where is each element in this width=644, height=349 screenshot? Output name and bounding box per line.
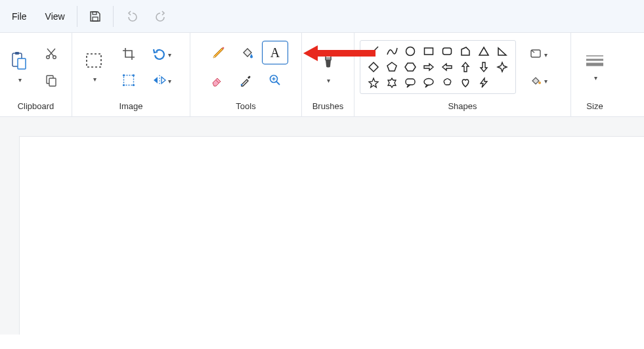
crop-icon [122,47,135,60]
separator [113,6,114,27]
svg-rect-1 [93,17,98,21]
copy-icon [45,74,58,87]
flip-icon [152,74,167,86]
svg-rect-27 [443,48,452,55]
rotate-button[interactable]: ▾ [147,41,176,67]
shape-4point-star[interactable] [496,60,509,74]
svg-rect-4 [18,58,26,69]
pencil-tool[interactable] [204,39,233,66]
rotate-icon [152,47,167,60]
shape-rectangle[interactable] [422,45,435,58]
svg-point-13 [123,84,125,86]
paste-button[interactable]: ▾ [5,39,33,95]
chevron-down-icon: ▾ [544,78,547,85]
brushes-button[interactable]: ▾ [312,39,344,95]
shape-cloud-callout[interactable] [440,76,454,89]
svg-rect-26 [425,48,433,55]
chevron-down-icon: ▾ [327,77,330,84]
save-button[interactable] [80,3,110,30]
save-icon [89,10,102,23]
svg-point-5 [47,56,50,59]
group-image: ▾ ▾ ▾ Image [72,33,190,116]
shape-triangle[interactable] [477,45,490,58]
shape-heart[interactable] [459,76,472,89]
brush-icon [320,51,336,70]
svg-point-25 [406,47,415,56]
svg-rect-10 [124,76,134,85]
magnifier-icon [268,73,282,87]
shape-fill-button[interactable]: ▾ [524,67,553,93]
menu-file[interactable]: File [3,9,36,24]
shape-hexagon[interactable] [404,60,417,74]
shape-lightning[interactable] [477,76,490,89]
chevron-down-icon: ▾ [544,51,547,58]
shape-6point-star[interactable] [385,76,398,89]
redo-icon [155,10,168,23]
group-label: Image [77,101,184,112]
svg-point-14 [133,84,135,86]
svg-point-12 [133,74,135,76]
shape-outline-button[interactable]: ▾ [524,41,553,67]
group-label: Shapes [360,101,565,112]
copy-button[interactable] [37,67,66,93]
shape-polygon[interactable] [459,45,472,58]
group-label: Tools [196,101,296,112]
svg-point-17 [240,84,242,86]
shapes-gallery[interactable] [360,40,516,94]
svg-rect-3 [15,52,19,55]
fill-tool[interactable] [233,39,262,66]
resize-icon [122,74,135,87]
pencil-icon [211,45,226,60]
chevron-down-icon: ▾ [18,76,22,83]
color-picker-tool[interactable] [232,67,261,93]
shape-oval[interactable] [404,45,417,58]
svg-rect-9 [87,54,101,67]
cut-button[interactable] [37,41,66,67]
select-button[interactable]: ▾ [77,39,110,95]
resize-button[interactable] [114,67,143,93]
group-brushes: ▾ Brushes [302,33,354,116]
menubar: File View [0,0,644,33]
paste-icon [11,51,28,70]
text-tool[interactable]: A [262,41,288,64]
group-label: Clipboard [5,101,66,112]
flip-button[interactable]: ▾ [147,67,176,93]
undo-button[interactable] [116,3,146,30]
shape-curve[interactable] [385,45,398,58]
eraser-tool[interactable] [203,67,232,93]
shape-oval-callout[interactable] [422,76,435,89]
shape-5point-star[interactable] [367,76,380,89]
svg-point-31 [538,81,541,84]
canvas[interactable] [20,137,644,335]
text-icon: A [268,45,282,60]
shape-rounded-rectangle[interactable] [440,45,454,58]
redo-button[interactable] [146,3,177,30]
group-label: Brushes [307,101,349,112]
svg-text:A: A [270,45,280,60]
svg-point-29 [424,79,433,85]
svg-rect-23 [326,58,331,60]
svg-line-19 [276,81,280,85]
size-button[interactable]: ▾ [580,39,610,95]
ribbon: ▾ Clipboard ▾ [0,33,644,117]
chevron-down-icon: ▾ [168,78,171,85]
shape-line[interactable] [367,45,380,58]
stroke-size-icon [585,53,605,68]
svg-rect-8 [49,78,56,86]
undo-icon [125,10,138,23]
magnifier-tool[interactable] [261,67,290,93]
shape-arrow-right[interactable] [422,60,435,74]
shape-arrow-left[interactable] [440,60,454,74]
shape-pentagon[interactable] [385,60,398,74]
crop-button[interactable] [114,41,143,67]
menu-view[interactable]: View [36,9,74,24]
shape-right-triangle[interactable] [496,45,509,58]
shape-arrow-up[interactable] [459,60,472,74]
group-tools: A Tools [190,33,302,116]
shape-rounded-callout[interactable] [404,76,417,89]
chevron-down-icon: ▾ [168,51,171,58]
shape-arrow-down[interactable] [477,60,490,74]
separator [77,6,77,27]
shape-diamond[interactable] [367,60,380,74]
eraser-icon [210,73,225,87]
